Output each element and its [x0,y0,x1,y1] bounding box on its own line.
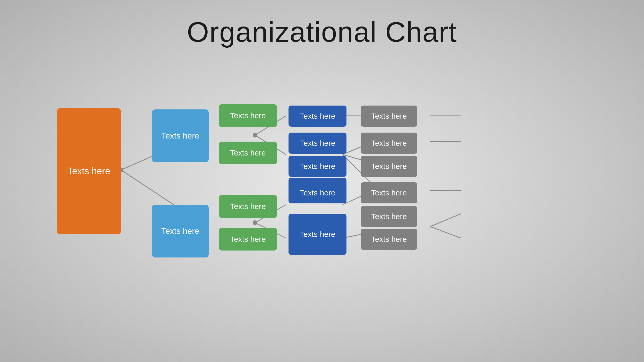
node-b2g2-gray2: Texts here [361,229,417,250]
node-root: Texts here [57,108,121,234]
svg-point-18 [253,133,257,137]
node-b1g2-gray2: Texts here [361,156,417,177]
node-b2g2-gray1: Texts here [361,206,417,227]
node-b1g1-gray1: Texts here [361,106,417,127]
node-b2g1-dark1: Texts here [289,182,346,203]
node-b1g1-dark1: Texts here [289,106,346,127]
svg-point-19 [253,220,257,225]
node-b1g2-dark2: Texts here [289,156,346,177]
page-title: Organizational Chart [0,0,644,48]
node-b1-green2: Texts here [219,142,277,164]
node-b2-green2: Texts here [219,228,277,251]
node-b1g2-dark1: Texts here [289,133,346,154]
node-b2g2-dark1: Texts here [289,214,346,255]
svg-line-16 [430,227,461,238]
node-b1-green1: Texts here [219,104,277,127]
node-b1g2-gray1: Texts here [361,133,417,154]
node-branch2: Texts here [152,205,209,257]
svg-line-15 [430,214,461,227]
chart-area: Texts here Texts here Texts here Texts h… [41,59,613,342]
node-branch1: Texts here [152,109,209,162]
node-b2g1-gray1: Texts here [361,182,417,203]
node-b2-green1: Texts here [219,195,277,218]
